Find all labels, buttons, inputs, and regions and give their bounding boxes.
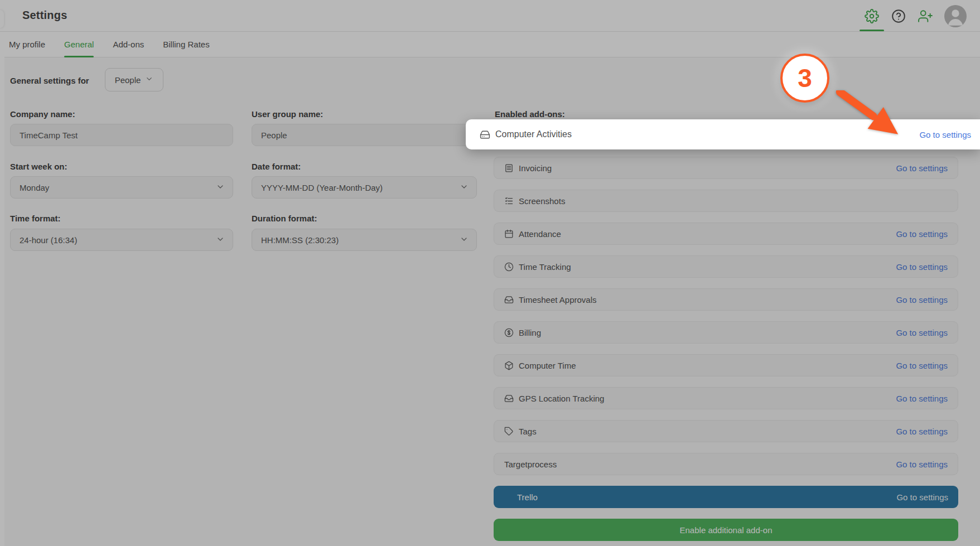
hard-drive-icon: [480, 129, 490, 140]
addon-label: Computer Activities: [495, 129, 572, 139]
tutorial-step-badge: 3: [780, 54, 829, 103]
tutorial-arrow-icon: [830, 90, 919, 146]
go-to-settings-link[interactable]: Go to settings: [919, 130, 971, 139]
settings-page: Settings My profileGeneralAdd-onsBilling…: [0, 0, 980, 546]
tutorial-dim-overlay[interactable]: [0, 0, 980, 546]
